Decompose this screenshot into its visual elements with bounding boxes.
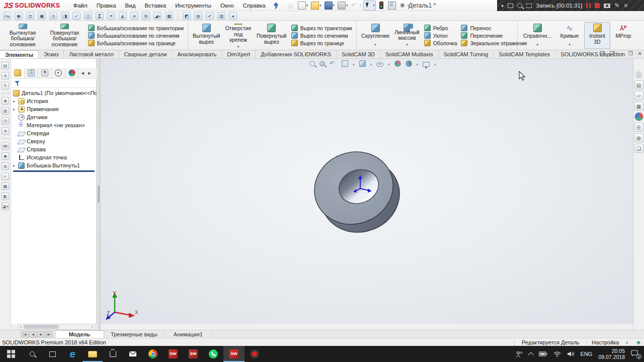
menu-file[interactable]: Файл [73,3,87,9]
whatsapp-button[interactable] [203,346,223,362]
geometry-analysis-tool-icon[interactable]: ◫ [84,12,92,20]
minimize-button[interactable]: ─ [620,51,623,56]
dimxpert-manager-tab[interactable] [52,68,65,78]
expand-arrow-icon[interactable]: ▸ [13,107,18,112]
mass-properties-tool-icon[interactable]: ▣ [38,12,46,20]
tab-model[interactable]: Модель [55,330,104,338]
draft-button[interactable]: Уклон [424,32,457,39]
expand-arrow-icon[interactable]: ▸ [13,163,18,168]
side-tool-icon[interactable]: A [2,72,9,79]
people-icon[interactable] [516,351,523,357]
edge-button[interactable]: e [62,346,83,362]
side-tool-icon[interactable]: ◳ [2,117,9,125]
mprop-button[interactable]: ⅄ᴾ MProp [610,22,636,49]
check-tool-icon[interactable]: ✓ [72,12,80,20]
graphics-viewport[interactable]: ↶ [101,59,633,324]
model-washer[interactable] [282,117,433,267]
open-button[interactable] [310,1,323,11]
recorder-stop-button[interactable] [595,3,600,8]
new-document-button[interactable] [297,1,309,11]
dropdown-caret-icon[interactable] [370,61,372,67]
rollback-bar[interactable] [13,170,95,172]
property-manager-tab[interactable] [25,68,38,78]
microsoft-store-button[interactable] [103,346,123,362]
splitter-grip[interactable] [98,186,100,203]
recorder-screenshot-button[interactable] [604,4,610,8]
design-checker-tool-icon[interactable]: ◉ [15,12,23,20]
appearances-icon[interactable]: ● [634,112,643,121]
action-center-button[interactable]: 2 [631,350,640,358]
tree-item-sensors[interactable]: Датчики [11,113,97,121]
nav-first-button[interactable]: |◀ [21,331,29,337]
side-tool-icon[interactable]: ◈ [2,97,9,105]
scroll-right-arrow[interactable]: › [90,324,95,329]
rib-button[interactable]: Ребро [424,25,457,31]
select-button[interactable] [363,1,376,11]
undo-button[interactable] [350,1,363,11]
restore-button[interactable]: ❐ [628,51,633,56]
performance-tool-icon[interactable]: ◷ [49,12,57,20]
wifi-icon[interactable] [553,351,561,357]
tags-gem-icon[interactable]: ◆ [633,339,644,345]
side-tool-icon[interactable]: ◐ [2,172,9,180]
task-view-button[interactable] [42,346,62,362]
recorder-app-button[interactable] [245,346,265,362]
menu-view[interactable]: Вид [125,3,136,9]
curves-button[interactable]: ∿ Кривые [555,22,584,49]
zoom-to-fit-icon[interactable] [309,61,315,66]
tab-solidcam-turning[interactable]: SolidCAM Turning [439,50,494,58]
solidworks-2018-active-button[interactable]: SW [223,346,245,362]
file-explorer-button[interactable] [83,346,103,362]
render-options-tool-icon[interactable]: ◕ [229,12,237,20]
rebuild-button[interactable] [377,1,386,11]
tree-item-front-plane[interactable]: Спереди [11,129,97,137]
revolved-boss-button[interactable]: Повернутая бобышка/основание [43,22,86,49]
tree-item-top-plane[interactable]: Сверху [11,137,97,145]
apply-scene-icon[interactable] [406,60,412,67]
tab-scroll-left-icon[interactable]: ◀ [79,68,86,78]
dropdown-caret-icon[interactable] [569,41,571,48]
macro-tool-icon[interactable]: ◢ [153,12,162,20]
menu-help[interactable]: Справка [243,3,266,9]
tree-item-history[interactable]: ▸История [11,97,97,105]
dropdown-caret-icon[interactable] [434,61,436,67]
tab-solidcam-multiaxis[interactable]: SolidCAM Multiaxis [380,50,439,58]
tree-root[interactable]: Деталь1 (По умолчанию<<По [11,89,97,97]
design-library-icon[interactable]: ▤ [634,80,643,89]
panel-splitter[interactable] [97,59,101,330]
menu-insert[interactable]: Вставка [144,3,166,9]
recorder-pause-button[interactable] [586,3,591,8]
configuration-manager-tab[interactable] [38,68,52,78]
menu-window[interactable]: Окно [220,3,234,9]
display-manager-tab[interactable] [65,68,79,78]
side-tool-icon[interactable]: ◧ [2,193,9,200]
intersect-button[interactable]: Пересечение [461,32,527,39]
revolved-cut-button[interactable]: Повернутый вырез [254,22,289,49]
schedule-render-tool-icon[interactable]: ✔ [206,12,214,20]
tab-solidworks-addins[interactable]: Добавления SOLIDWORKS [256,50,337,58]
tree-item-boss-extrude[interactable]: ▸Бобышка-Вытянуть1 [11,161,97,169]
instant3d-button[interactable]: Instant 3D [584,22,610,49]
tree-item-right-plane[interactable]: Справа [11,145,97,153]
side-tool-icon[interactable]: ≋ [2,127,9,135]
tab-scroll-right-icon[interactable]: ▶ [86,68,93,78]
language-indicator[interactable]: ENG [581,351,593,357]
extruded-cut-button[interactable]: Вытянутый вырез [190,22,222,49]
measure-tool-icon[interactable]: ⚖ [26,12,34,20]
swept-cut-button[interactable]: Вырез по траектории [291,25,352,31]
feature-tree-tab[interactable] [11,68,25,78]
start-button[interactable] [0,346,22,362]
nav-prev-button[interactable]: ◀ [29,331,37,337]
spellcheck-tool-icon[interactable]: Aь [3,12,11,20]
hide-show-items-icon[interactable] [376,62,383,67]
zoom-to-area-icon[interactable] [319,61,325,66]
mail-button[interactable] [123,346,143,362]
file-properties-button[interactable] [387,1,397,11]
tab-solidcam-3d[interactable]: SolidCAM 3D [337,50,380,58]
curvature-tool-icon[interactable]: ≑ [130,12,138,20]
view-settings-icon[interactable] [423,62,430,67]
compare-docs-tool-icon[interactable]: ⧉ [142,12,150,20]
solidworks-2016-button[interactable]: SW [183,346,203,362]
dropdown-caret-icon[interactable] [237,43,239,50]
chrome-button[interactable] [143,346,163,362]
